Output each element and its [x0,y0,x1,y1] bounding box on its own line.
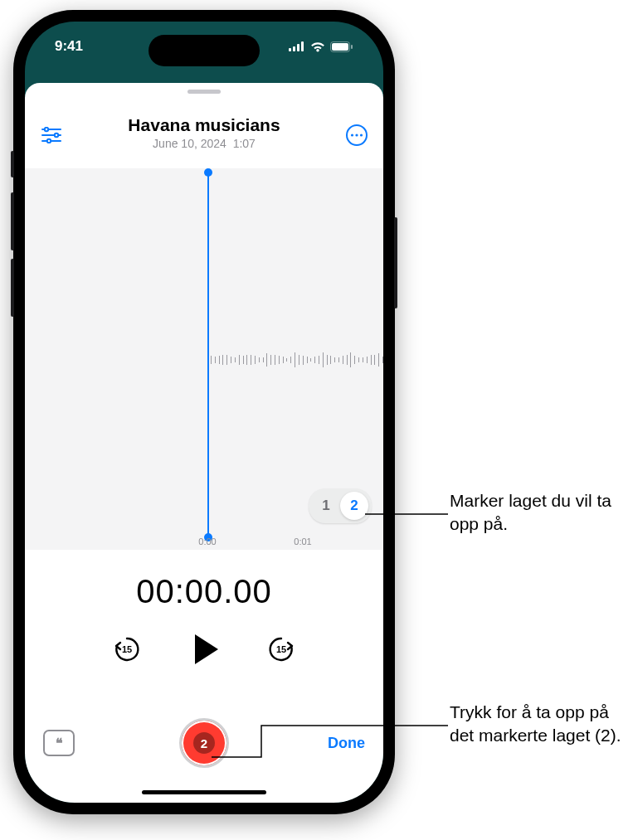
transcript-button[interactable]: ❝ [43,730,75,756]
more-button[interactable] [342,120,372,150]
svg-rect-3 [301,41,304,51]
silent-switch [11,151,14,177]
ellipsis-circle-icon [345,124,368,147]
header: Havana musicians June 10, 2024 1:07 [25,97,383,168]
dynamic-island [149,35,260,66]
skip-forward-15-button[interactable]: 15 [265,633,298,666]
record-layer-badge: 2 [193,732,215,754]
svg-point-16 [360,134,363,136]
battery-icon [330,41,353,52]
svg-rect-6 [351,45,353,49]
waveform [207,351,383,369]
status-time: 9:41 [55,38,83,55]
layer-option-2[interactable]: 2 [340,492,368,520]
skip-back-15-button[interactable]: 15 [110,633,144,666]
skip-fwd-seconds: 15 [276,644,286,654]
callout-record: Trykk for å ta opp på det markerte laget… [450,701,624,748]
svg-point-12 [47,139,51,143]
svg-point-11 [55,134,58,137]
screen: 9:41 Havana musicians June 10, 2024 1:07 [25,22,383,803]
time-ruler: 0:00 0:01 [25,532,383,550]
layer-option-1[interactable]: 1 [312,492,340,520]
waveform-area[interactable]: 0:00 0:01 1 2 [25,168,383,550]
svg-point-10 [45,128,48,131]
recording-subtitle: June 10, 2024 1:07 [153,137,256,150]
power-hw [394,217,397,308]
sheet-grabber[interactable] [187,90,221,94]
play-button[interactable] [183,629,225,670]
record-layer-number: 2 [201,736,207,750]
transport-controls: 15 15 [25,629,383,670]
svg-point-14 [351,134,353,136]
settings-button[interactable] [37,120,66,150]
recording-duration: 1:07 [233,137,256,150]
quote-icon: ❝ [56,736,63,751]
timer-display: 00:00.00 [25,573,383,610]
svg-rect-2 [297,44,299,51]
home-indicator[interactable] [142,790,266,794]
cellular-icon [289,41,305,51]
recording-title[interactable]: Havana musicians [128,115,280,135]
ruler-mark-1: 0:01 [294,537,311,546]
volume-up-hw [11,192,14,250]
bottom-row: ❝ 2 Done [25,715,383,771]
status-right [289,41,353,52]
iphone-frame: 9:41 Havana musicians June 10, 2024 1:07 [13,10,395,814]
recording-date: June 10, 2024 [153,137,226,150]
svg-rect-5 [332,43,348,51]
svg-point-15 [355,134,358,136]
callout-layers: Marker laget du vil ta opp på. [450,489,624,537]
sliders-icon [41,127,61,143]
volume-down-hw [11,259,14,317]
play-icon [195,634,218,664]
recording-sheet: Havana musicians June 10, 2024 1:07 0:00 [25,83,383,803]
ruler-mark-0: 0:00 [198,537,216,546]
svg-rect-1 [293,46,295,51]
wifi-icon [310,41,325,52]
skip-back-seconds: 15 [122,644,132,654]
record-button[interactable]: 2 [179,718,229,768]
done-button[interactable]: Done [328,735,365,752]
layer-toggle[interactable]: 1 2 [309,488,372,523]
svg-rect-0 [289,48,291,51]
